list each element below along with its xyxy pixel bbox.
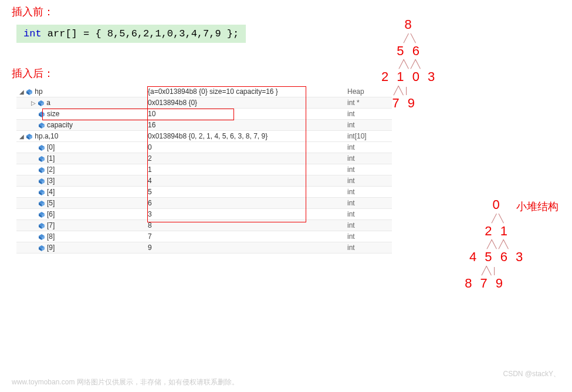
tree-branch: ╱╲ ╱╲ [469, 239, 525, 249]
keyword-int: int [23, 28, 42, 39]
watch-row-item[interactable]: [4]5int [16, 187, 392, 198]
var-type: int [345, 164, 392, 175]
cube-icon [39, 212, 45, 218]
var-type: int [345, 175, 392, 187]
var-value: 0 [145, 142, 345, 153]
cube-icon [39, 223, 45, 229]
tree-row: 8 [381, 16, 437, 33]
watch-row-item[interactable]: [3]4int [16, 175, 392, 187]
var-value: 0x013894b8 {0} [145, 97, 345, 109]
tree-row: 5 6 [381, 43, 437, 60]
cube-icon [39, 190, 45, 195]
watch-row-a[interactable]: ▷ a 0x013894b8 {0} int * [16, 97, 392, 109]
var-name: [3] [47, 177, 55, 185]
header-after: 插入后： [12, 66, 572, 80]
var-name: [1] [47, 154, 55, 163]
expand-icon[interactable]: ◢ [19, 89, 25, 95]
var-name: [7] [47, 221, 55, 229]
var-name: a [46, 99, 50, 107]
cube-icon [39, 145, 45, 151]
var-type: int [345, 242, 392, 254]
watch-row-size[interactable]: size 10 int [16, 109, 392, 120]
cube-icon [39, 178, 45, 184]
var-value: 3 [145, 209, 345, 220]
var-type: int [345, 187, 392, 198]
tree-branch: ╱ ╲ [381, 33, 437, 43]
tree-row: 8 7 9 [445, 275, 525, 292]
cube-icon [39, 245, 45, 251]
cube-icon [26, 89, 32, 95]
var-type: int [345, 209, 392, 220]
tree-row: 2 1 [469, 223, 525, 240]
cube-icon [39, 167, 45, 173]
tree-branch: ╱╲ | [452, 266, 525, 275]
cube-icon [39, 201, 45, 207]
watch-row-item[interactable]: [2]1int [16, 164, 392, 175]
var-type: int [345, 109, 392, 120]
var-value: 1 [145, 164, 345, 175]
var-name: [9] [47, 244, 55, 252]
var-name: capacity [47, 121, 73, 129]
watch-row-item[interactable]: [6]3int [16, 209, 392, 220]
debug-watch-table: ◢ hp {a=0x013894b8 {0} size=10 capacity=… [16, 86, 392, 254]
var-name: [5] [47, 199, 55, 207]
var-name: hp.a,10 [35, 132, 58, 140]
cube-icon [38, 100, 44, 106]
tree-branch: ╱ ╲ [469, 214, 525, 223]
watch-row-item[interactable]: [8]7int [16, 231, 392, 242]
watch-row-item[interactable]: [9]9int [16, 242, 392, 254]
var-value: 8 [145, 220, 345, 231]
var-type: int [345, 220, 392, 231]
var-type: int [345, 198, 392, 209]
var-type: Heap [345, 86, 392, 97]
var-name: [8] [47, 232, 55, 241]
var-value: 2 [145, 153, 345, 164]
var-name: [6] [47, 210, 55, 218]
header-before: 插入前： [12, 5, 572, 19]
watermark-left: www.toymoban.com 网络图片仅供展示，非存储，如有侵权请联系删除。 [12, 377, 239, 387]
code-rest: arr[] = { 8,5,6,2,1,0,3,4,7,9 }; [42, 28, 239, 39]
code-snippet: int arr[] = { 8,5,6,2,1,0,3,4,7,9 }; [16, 25, 246, 43]
cube-icon [39, 123, 45, 129]
var-value: 10 [145, 109, 345, 120]
var-value: 9 [145, 242, 345, 254]
watch-row-hp[interactable]: ◢ hp {a=0x013894b8 {0} size=10 capacity=… [16, 86, 392, 97]
var-type: int * [345, 97, 392, 109]
cube-icon [26, 134, 32, 140]
watch-row-item[interactable]: [5]6int [16, 198, 392, 209]
watch-row-item[interactable]: [7]8int [16, 220, 392, 231]
var-name: [2] [47, 165, 55, 174]
tree-row: 2 1 0 3 [381, 69, 437, 86]
cube-icon [39, 156, 45, 162]
var-type: int [345, 142, 392, 153]
var-type: int [345, 120, 392, 131]
var-type: int[10] [345, 131, 392, 142]
watch-row-item[interactable]: [0]0int [16, 142, 392, 153]
var-value: 5 [145, 187, 345, 198]
watch-row-capacity[interactable]: capacity 16 int [16, 120, 392, 131]
var-name: [0] [47, 143, 55, 151]
tree-branch: ╱╲ ╱╲ [381, 59, 437, 69]
var-value: 4 [145, 175, 345, 187]
expand-icon[interactable]: ◢ [19, 133, 25, 140]
min-heap-label: 小堆结构 [516, 200, 559, 214]
expand-icon[interactable]: ▷ [31, 100, 36, 106]
var-value: 6 [145, 198, 345, 209]
var-value: 16 [145, 120, 345, 131]
var-name: [4] [47, 188, 55, 196]
cube-icon [39, 234, 45, 240]
var-name: size [47, 110, 59, 118]
var-type: int [345, 231, 392, 242]
var-value: {a=0x013894b8 {0} size=10 capacity=16 } [145, 86, 345, 97]
tree-row: 4 5 6 3 [469, 249, 525, 266]
watch-row-item[interactable]: [1]2int [16, 153, 392, 164]
watermark-right: CSDN @stackY、 [503, 369, 560, 379]
var-type: int [345, 153, 392, 164]
var-value: 0x013894b8 {0, 2, 1, 4, 5, 6, 3, 8, 7, 9… [145, 131, 345, 142]
var-name: hp [35, 87, 42, 96]
var-value: 7 [145, 231, 345, 242]
cube-icon [39, 111, 45, 117]
watch-row-array[interactable]: ◢ hp.a,10 0x013894b8 {0, 2, 1, 4, 5, 6, … [16, 131, 392, 142]
